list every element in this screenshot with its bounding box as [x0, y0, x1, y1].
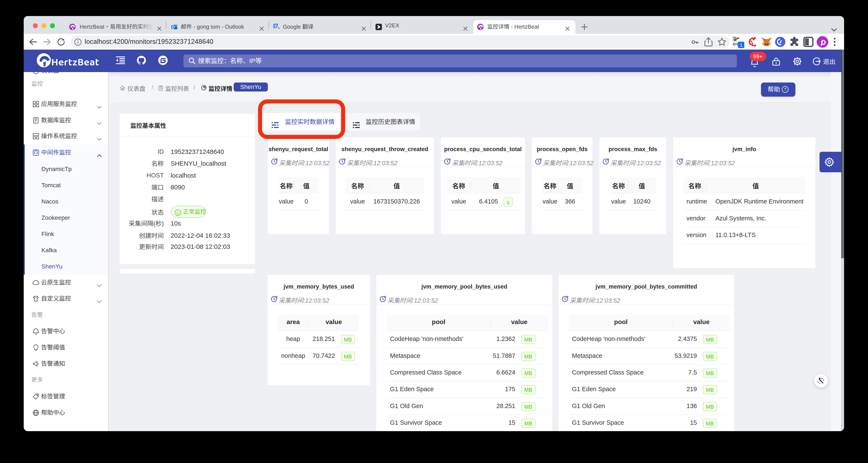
svg-text:en: en — [733, 41, 738, 47]
svg-text:?: ? — [784, 87, 786, 92]
svg-text:1: 1 — [740, 42, 742, 48]
